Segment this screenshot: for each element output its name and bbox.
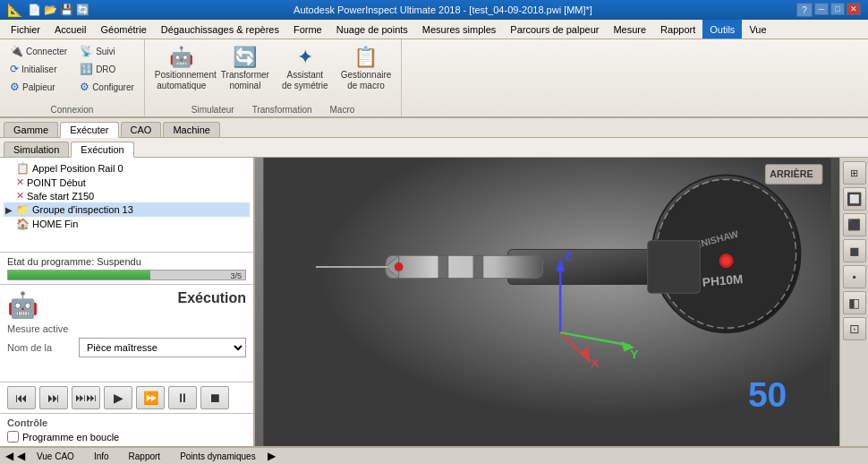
tree-icon-safe-start: ✕ xyxy=(16,190,24,202)
window-icon-2: 📂 xyxy=(44,4,57,16)
view-btn-right[interactable]: ◼ xyxy=(843,239,866,262)
config-icon: ⚙ xyxy=(80,81,89,93)
play-btn-stop[interactable]: ⏹ xyxy=(200,386,229,409)
bottom-tab-rapport[interactable]: Rapport xyxy=(119,450,171,463)
close-button[interactable]: ✕ xyxy=(847,3,861,15)
help-button[interactable]: ? xyxy=(796,3,813,17)
main-content: 📋 Appel Position Rail 0 ✕ POINT Début ✕ … xyxy=(0,158,868,446)
menu-rapport[interactable]: Rapport xyxy=(653,20,702,39)
view-btn-front[interactable]: 🔲 xyxy=(843,187,866,211)
connexion-group-label: Connexion xyxy=(51,105,94,115)
menu-mesures[interactable]: Mesures simples xyxy=(415,20,504,39)
boucle-label: Programme en boucle xyxy=(22,432,119,443)
play-btn-pause[interactable]: ⏸ xyxy=(168,386,197,409)
menu-forme[interactable]: Forme xyxy=(286,20,329,39)
status-area: Etat du programme: Suspendu 3/5 xyxy=(0,253,253,285)
svg-text:X: X xyxy=(591,357,599,370)
gestionnaire-icon: 📋 xyxy=(353,46,378,69)
ribbon-btn-suivi[interactable]: 📡 Suivi xyxy=(75,43,139,59)
tree-item-groupe[interactable]: ▶ 📁 Groupe d'inspection 13 xyxy=(4,202,250,217)
tree-item-rail[interactable]: 📋 Appel Position Rail 0 xyxy=(4,161,250,176)
window-icon-3: 💾 xyxy=(60,4,73,16)
exec-row-nom: Nom de la Pièce maîtresse Option 2 xyxy=(7,338,246,357)
menu-degauchissages[interactable]: Dégauchissages & repères xyxy=(154,20,286,39)
connect-icon: 🔌 xyxy=(10,45,23,57)
svg-point-5 xyxy=(722,256,731,265)
minimize-button[interactable]: ─ xyxy=(814,3,829,15)
left-panel: 📋 Appel Position Rail 0 ✕ POINT Début ✕ … xyxy=(0,158,255,446)
transform-icon: 🔄 xyxy=(233,46,257,69)
menu-nuage[interactable]: Nuage de points xyxy=(329,20,415,39)
view-btn-shade3[interactable]: ⊡ xyxy=(843,317,866,340)
right-toolbar: ⊞ 🔲 ⬛ ◼ ▪ ◧ ⊡ xyxy=(839,158,868,446)
play-btn-play[interactable]: ▶ xyxy=(104,386,132,409)
exec-title: Exécution xyxy=(46,290,246,306)
play-btn-forward[interactable]: ⏩ xyxy=(136,386,165,409)
position-icon: 🤖 xyxy=(169,46,193,69)
window-icon-1: 📄 xyxy=(28,4,41,16)
ribbon-btn-dro[interactable]: 🔢 DRO xyxy=(75,61,139,77)
menu-vue[interactable]: Vue xyxy=(742,20,773,39)
bottom-tab-vue-cao[interactable]: Vue CAO xyxy=(27,450,84,463)
svg-text:Z: Z xyxy=(565,250,572,263)
tree-item-safe-start[interactable]: ✕ Safe start Z150 xyxy=(4,189,250,202)
tree-item-point-debut[interactable]: ✕ POINT Début xyxy=(4,176,250,189)
ribbon-btn-assistant[interactable]: ✦ Assistantde symétrie xyxy=(277,43,333,94)
viewport[interactable]: RENISHAW PH10M xyxy=(255,158,839,446)
main-tab-strip: Gamme Exécuter CAO Machine xyxy=(0,118,868,138)
tree-icon-rail: 📋 xyxy=(16,162,30,175)
view-btn-shade2[interactable]: ◧ xyxy=(843,291,866,314)
init-icon: ⟳ xyxy=(10,63,19,75)
ribbon-btn-connecter[interactable]: 🔌 Connecter xyxy=(5,43,72,59)
view-btn-shade1[interactable]: ▪ xyxy=(843,265,866,288)
tab-cao[interactable]: CAO xyxy=(121,122,162,137)
ribbon: 🔌 Connecter ⟳ Initialiser ⚙ Palpieur 📡 S… xyxy=(0,39,868,118)
svg-rect-11 xyxy=(473,255,484,278)
tab-machine[interactable]: Machine xyxy=(163,122,220,137)
tab-executer[interactable]: Exécuter xyxy=(60,122,118,138)
ribbon-btn-configurer[interactable]: ⚙ Configurer xyxy=(75,79,139,95)
ribbon-group-connexion: 🔌 Connecter ⟳ Initialiser ⚙ Palpieur 📡 S… xyxy=(0,39,145,116)
ribbon-btn-transformer[interactable]: 🔄 Transformernominal xyxy=(217,43,274,94)
ribbon-btn-positionnement[interactable]: 🤖 Positionnementautomatique xyxy=(150,43,213,94)
restore-button[interactable]: □ xyxy=(830,3,845,15)
play-btn-next[interactable]: ⏭⏭ xyxy=(72,386,100,409)
ribbon-btn-palpeur[interactable]: ⚙ Palpieur xyxy=(5,79,72,95)
play-btn-prev[interactable]: ⏭ xyxy=(39,386,68,409)
view-btn-top[interactable]: ⬛ xyxy=(843,213,866,236)
tree-item-home[interactable]: 🏠 HOME Fin xyxy=(4,217,250,231)
play-btn-rewind[interactable]: ⏮ xyxy=(7,386,36,409)
menu-outils[interactable]: Outils xyxy=(702,20,742,39)
ribbon-btn-initialiser[interactable]: ⟳ Initialiser xyxy=(5,61,72,77)
nom-label: Nom de la xyxy=(7,342,79,353)
boucle-checkbox[interactable] xyxy=(7,431,19,443)
controle-area: Contrôle Programme en boucle xyxy=(0,414,253,446)
bottom-tab-points[interactable]: Points dynamiques xyxy=(170,450,266,463)
progress-bar: 3/5 xyxy=(7,270,246,280)
bottom-tab-info[interactable]: Info xyxy=(84,450,119,463)
bottom-tab-nav-left2[interactable]: ◀ xyxy=(15,450,27,462)
window-icon-4: 🔄 xyxy=(76,4,89,16)
bottom-tab-nav-left[interactable]: ◀ xyxy=(4,450,15,462)
robot-3d-view: RENISHAW PH10M xyxy=(255,158,839,446)
piece-dropdown[interactable]: Pièce maîtresse Option 2 xyxy=(79,338,246,357)
sub-tab-simulation[interactable]: Simulation xyxy=(4,142,69,157)
menu-accueil[interactable]: Accueil xyxy=(47,20,93,39)
suivi-icon: 📡 xyxy=(80,45,93,57)
exec-machine-icon: 🤖 xyxy=(7,290,38,320)
playback-controls: ⏮ ⏭ ⏭⏭ ▶ ⏩ ⏸ ⏹ xyxy=(0,382,253,414)
menu-fichier[interactable]: Fichier xyxy=(4,20,47,39)
ribbon-group-machine: 🤖 Positionnementautomatique 🔄 Transforme… xyxy=(145,39,402,116)
svg-text:Y: Y xyxy=(630,348,638,361)
transformation-label: Transformation xyxy=(252,105,312,115)
svg-rect-10 xyxy=(438,255,449,278)
execution-panel: 🤖 Exécution Mesure active Nom de la Pièc… xyxy=(0,285,253,382)
menu-geometrie[interactable]: Géométrie xyxy=(93,20,153,39)
ribbon-btn-gestionnaire[interactable]: 📋 Gestionnairede macro xyxy=(336,43,396,94)
menu-mesure[interactable]: Mesure xyxy=(606,20,653,39)
bottom-tab-nav-right[interactable]: ▶ xyxy=(266,450,277,462)
menu-parcours[interactable]: Parcours de palpeur xyxy=(503,20,606,39)
view-btn-iso[interactable]: ⊞ xyxy=(843,161,866,185)
tab-gamme[interactable]: Gamme xyxy=(4,122,58,137)
sub-tab-execution[interactable]: Exécution xyxy=(71,142,133,158)
